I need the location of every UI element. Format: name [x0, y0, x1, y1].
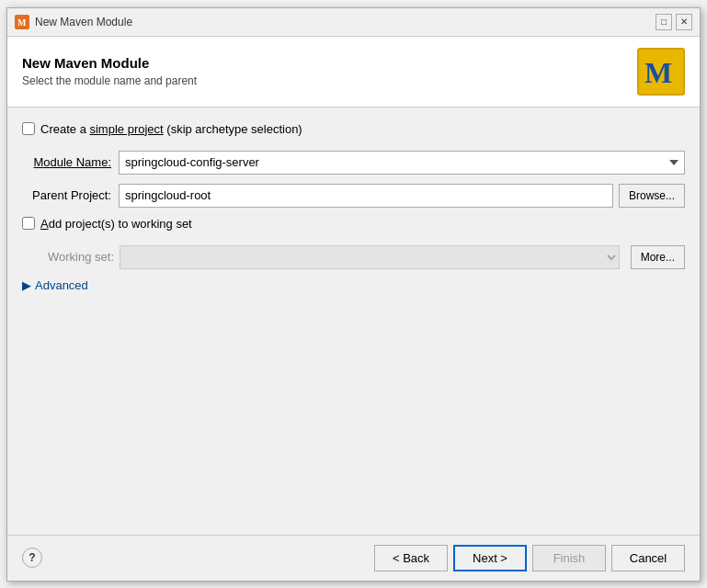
footer-left: ? [22, 548, 42, 568]
parent-project-input[interactable] [119, 184, 613, 208]
parent-project-input-wrap [119, 184, 613, 208]
working-set-label[interactable]: Add project(s) to working set [40, 217, 192, 231]
finish-button[interactable]: Finish [532, 545, 606, 571]
advanced-arrow-icon: ▶ [22, 278, 31, 292]
simple-project-checkbox[interactable] [22, 122, 35, 135]
maven-icon: M [15, 15, 29, 29]
header-maven-icon: M [637, 48, 685, 96]
browse-button[interactable]: Browse... [619, 184, 685, 208]
working-set-checkbox-row: Add project(s) to working set [22, 217, 685, 231]
header-subtitle: Select the module name and parent [22, 74, 197, 87]
footer-right: < Back Next > Finish Cancel [374, 545, 685, 571]
header-banner: New Maven Module Select the module name … [7, 37, 700, 107]
working-set-section: Add project(s) to working set Working se… [22, 217, 685, 269]
title-bar-left: M New Maven Module [15, 15, 132, 29]
close-button[interactable]: ✕ [676, 14, 692, 30]
content-area: Create a simple project (skip archetype … [7, 107, 700, 535]
more-button[interactable]: More... [631, 245, 685, 269]
advanced-label[interactable]: Advanced [35, 278, 88, 292]
help-button[interactable]: ? [22, 548, 42, 568]
svg-text:M: M [644, 56, 672, 89]
next-button[interactable]: Next > [453, 545, 527, 571]
dialog-title: New Maven Module [35, 16, 132, 28]
title-bar: M New Maven Module □ ✕ [7, 8, 700, 37]
header-title: New Maven Module [22, 55, 197, 71]
footer: ? < Back Next > Finish Cancel [7, 535, 700, 581]
back-button[interactable]: < Back [374, 545, 448, 571]
svg-text:M: M [17, 17, 27, 28]
parent-project-label: Parent Project: [22, 188, 119, 202]
module-name-label: Module Name: [22, 155, 119, 169]
simple-project-row: Create a simple project (skip archetype … [22, 122, 685, 136]
dialog: M New Maven Module □ ✕ New Maven Module … [6, 7, 701, 582]
simple-project-label[interactable]: Create a simple project (skip archetype … [40, 122, 302, 136]
module-name-select[interactable]: springcloud-config-server [119, 151, 685, 175]
working-set-checkbox[interactable] [22, 217, 35, 230]
working-set-field-label: Working set: [22, 250, 114, 264]
module-name-row: Module Name: springcloud-config-server [22, 151, 685, 175]
advanced-toggle[interactable]: ▶ Advanced [22, 278, 685, 292]
working-set-input-row: Working set: More... [22, 245, 685, 269]
cancel-button[interactable]: Cancel [611, 545, 685, 571]
advanced-section: ▶ Advanced [22, 278, 685, 292]
header-text: New Maven Module Select the module name … [22, 55, 197, 87]
module-name-input-wrap: springcloud-config-server [119, 151, 685, 175]
parent-project-row: Parent Project: Browse... [22, 184, 685, 208]
title-bar-controls: □ ✕ [656, 14, 692, 30]
minimize-button[interactable]: □ [656, 14, 672, 30]
working-set-select[interactable] [120, 245, 620, 269]
